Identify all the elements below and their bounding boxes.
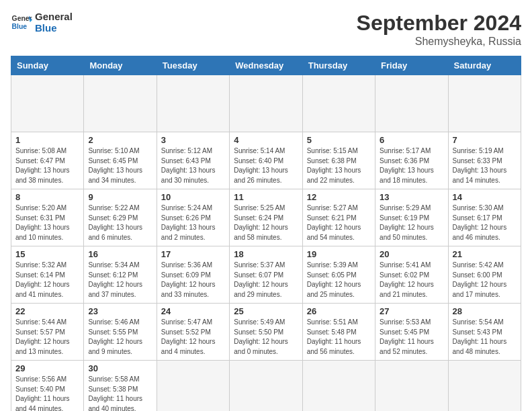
week-row-2: 8Sunrise: 5:20 AM Sunset: 6:31 PM Daylig…: [11, 189, 521, 246]
calendar-cell: [11, 75, 84, 132]
calendar-cell: 7Sunrise: 5:19 AM Sunset: 6:33 PM Daylig…: [448, 132, 521, 189]
day-number: 12: [307, 192, 371, 202]
calendar-cell: 10Sunrise: 5:24 AM Sunset: 6:26 PM Dayli…: [157, 189, 229, 246]
day-number: 1: [15, 135, 79, 145]
day-number: 24: [161, 306, 225, 316]
calendar-cell: 13Sunrise: 5:29 AM Sunset: 6:19 PM Dayli…: [375, 189, 448, 246]
day-info: Sunrise: 5:44 AM Sunset: 5:57 PM Dayligh…: [15, 318, 79, 357]
day-number: 9: [88, 192, 152, 202]
day-number: 20: [380, 249, 443, 259]
day-info: Sunrise: 5:37 AM Sunset: 6:07 PM Dayligh…: [234, 261, 298, 300]
title-block: September 2024 Shemysheyka, Russia: [357, 11, 521, 48]
calendar-cell: [375, 75, 448, 132]
day-info: Sunrise: 5:19 AM Sunset: 6:33 PM Dayligh…: [453, 146, 517, 185]
calendar-cell: [157, 361, 229, 412]
day-number: 2: [88, 135, 152, 145]
day-number: 4: [234, 135, 298, 145]
column-header-tuesday: Tuesday: [157, 56, 229, 75]
day-number: 29: [15, 363, 79, 373]
calendar-cell: 3Sunrise: 5:12 AM Sunset: 6:43 PM Daylig…: [157, 132, 229, 189]
week-row-4: 22Sunrise: 5:44 AM Sunset: 5:57 PM Dayli…: [11, 304, 521, 361]
calendar-cell: [448, 75, 521, 132]
calendar-cell: [375, 361, 448, 412]
calendar-cell: [84, 75, 157, 132]
day-info: Sunrise: 5:24 AM Sunset: 6:26 PM Dayligh…: [161, 203, 225, 242]
day-number: 13: [380, 192, 443, 202]
day-info: Sunrise: 5:47 AM Sunset: 5:52 PM Dayligh…: [161, 318, 225, 357]
day-number: 22: [15, 306, 79, 316]
logo-icon: General Blue: [11, 11, 32, 33]
day-number: 14: [453, 192, 517, 202]
column-header-thursday: Thursday: [302, 56, 375, 75]
calendar-cell: [230, 361, 302, 412]
calendar-table: SundayMondayTuesdayWednesdayThursdayFrid…: [11, 56, 521, 411]
calendar-cell: [302, 361, 375, 412]
calendar-cell: 17Sunrise: 5:36 AM Sunset: 6:09 PM Dayli…: [157, 246, 229, 304]
day-number: 21: [453, 249, 517, 259]
calendar-cell: 4Sunrise: 5:14 AM Sunset: 6:40 PM Daylig…: [230, 132, 302, 189]
day-info: Sunrise: 5:51 AM Sunset: 5:48 PM Dayligh…: [307, 318, 371, 357]
calendar-cell: [157, 75, 229, 132]
day-number: 5: [307, 135, 371, 145]
day-info: Sunrise: 5:22 AM Sunset: 6:29 PM Dayligh…: [88, 203, 152, 242]
calendar-cell: 12Sunrise: 5:27 AM Sunset: 6:21 PM Dayli…: [302, 189, 375, 246]
day-info: Sunrise: 5:10 AM Sunset: 6:45 PM Dayligh…: [88, 146, 152, 185]
calendar-cell: 24Sunrise: 5:47 AM Sunset: 5:52 PM Dayli…: [157, 304, 229, 361]
calendar-cell: 23Sunrise: 5:46 AM Sunset: 5:55 PM Dayli…: [84, 304, 157, 361]
day-number: 30: [88, 363, 152, 373]
calendar-cell: 19Sunrise: 5:39 AM Sunset: 6:05 PM Dayli…: [302, 246, 375, 304]
column-header-friday: Friday: [375, 56, 448, 75]
calendar-cell: [302, 75, 375, 132]
calendar-cell: 22Sunrise: 5:44 AM Sunset: 5:57 PM Dayli…: [11, 304, 84, 361]
month-title: September 2024: [357, 11, 521, 36]
day-info: Sunrise: 5:25 AM Sunset: 6:24 PM Dayligh…: [234, 203, 298, 242]
day-info: Sunrise: 5:08 AM Sunset: 6:47 PM Dayligh…: [15, 146, 79, 185]
location-text: Shemysheyka, Russia: [357, 36, 521, 48]
calendar-cell: 30Sunrise: 5:58 AM Sunset: 5:38 PM Dayli…: [84, 361, 157, 412]
day-number: 11: [234, 192, 298, 202]
day-info: Sunrise: 5:34 AM Sunset: 6:12 PM Dayligh…: [88, 261, 152, 300]
svg-text:Blue: Blue: [12, 23, 28, 30]
day-info: Sunrise: 5:17 AM Sunset: 6:36 PM Dayligh…: [380, 146, 443, 185]
calendar-cell: 25Sunrise: 5:49 AM Sunset: 5:50 PM Dayli…: [230, 304, 302, 361]
day-info: Sunrise: 5:29 AM Sunset: 6:19 PM Dayligh…: [380, 203, 443, 242]
calendar-cell: 15Sunrise: 5:32 AM Sunset: 6:14 PM Dayli…: [11, 246, 84, 304]
day-info: Sunrise: 5:58 AM Sunset: 5:38 PM Dayligh…: [88, 375, 152, 411]
day-info: Sunrise: 5:42 AM Sunset: 6:00 PM Dayligh…: [453, 261, 517, 300]
calendar-cell: 21Sunrise: 5:42 AM Sunset: 6:00 PM Dayli…: [448, 246, 521, 304]
day-info: Sunrise: 5:14 AM Sunset: 6:40 PM Dayligh…: [234, 146, 298, 185]
day-info: Sunrise: 5:27 AM Sunset: 6:21 PM Dayligh…: [307, 203, 371, 242]
week-row-5: 29Sunrise: 5:56 AM Sunset: 5:40 PM Dayli…: [11, 361, 521, 412]
page-header: General Blue General Blue September 2024…: [11, 11, 521, 48]
header-row: SundayMondayTuesdayWednesdayThursdayFrid…: [11, 56, 521, 75]
week-row-1: 1Sunrise: 5:08 AM Sunset: 6:47 PM Daylig…: [11, 132, 521, 189]
logo: General Blue General Blue: [11, 11, 73, 34]
calendar-cell: 29Sunrise: 5:56 AM Sunset: 5:40 PM Dayli…: [11, 361, 84, 412]
day-info: Sunrise: 5:36 AM Sunset: 6:09 PM Dayligh…: [161, 261, 225, 300]
day-info: Sunrise: 5:12 AM Sunset: 6:43 PM Dayligh…: [161, 146, 225, 185]
day-info: Sunrise: 5:41 AM Sunset: 6:02 PM Dayligh…: [380, 261, 443, 300]
logo-blue-text: Blue: [35, 22, 73, 34]
logo-general-text: General: [35, 11, 73, 22]
column-header-wednesday: Wednesday: [230, 56, 302, 75]
day-number: 8: [15, 192, 79, 202]
calendar-cell: 28Sunrise: 5:54 AM Sunset: 5:43 PM Dayli…: [448, 304, 521, 361]
calendar-cell: 20Sunrise: 5:41 AM Sunset: 6:02 PM Dayli…: [375, 246, 448, 304]
calendar-cell: 11Sunrise: 5:25 AM Sunset: 6:24 PM Dayli…: [230, 189, 302, 246]
day-number: 7: [453, 135, 517, 145]
calendar-cell: 5Sunrise: 5:15 AM Sunset: 6:38 PM Daylig…: [302, 132, 375, 189]
calendar-cell: 9Sunrise: 5:22 AM Sunset: 6:29 PM Daylig…: [84, 189, 157, 246]
day-number: 19: [307, 249, 371, 259]
calendar-cell: 8Sunrise: 5:20 AM Sunset: 6:31 PM Daylig…: [11, 189, 84, 246]
day-number: 3: [161, 135, 225, 145]
day-number: 17: [161, 249, 225, 259]
calendar-cell: 16Sunrise: 5:34 AM Sunset: 6:12 PM Dayli…: [84, 246, 157, 304]
day-info: Sunrise: 5:46 AM Sunset: 5:55 PM Dayligh…: [88, 318, 152, 357]
calendar-cell: 18Sunrise: 5:37 AM Sunset: 6:07 PM Dayli…: [230, 246, 302, 304]
calendar-cell: 26Sunrise: 5:51 AM Sunset: 5:48 PM Dayli…: [302, 304, 375, 361]
day-number: 25: [234, 306, 298, 316]
calendar-cell: 27Sunrise: 5:53 AM Sunset: 5:45 PM Dayli…: [375, 304, 448, 361]
day-number: 10: [161, 192, 225, 202]
day-number: 6: [380, 135, 443, 145]
day-number: 16: [88, 249, 152, 259]
